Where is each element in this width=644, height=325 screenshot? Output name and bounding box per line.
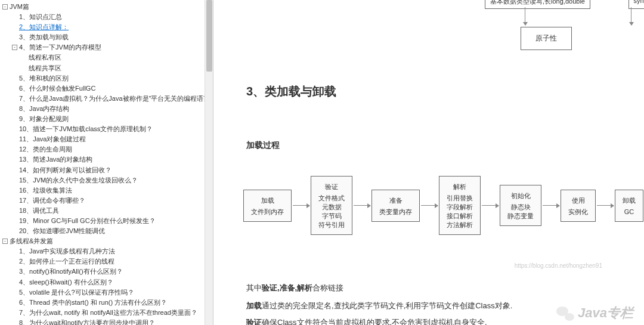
- arrow-right-icon: [543, 205, 559, 206]
- watermark-text: https://blog.csdn.net/hongzhen91: [515, 262, 602, 269]
- collapse-icon[interactable]: -: [12, 45, 17, 50]
- tree-link[interactable]: JVM篇: [10, 3, 29, 10]
- tree-item[interactable]: 线程私有区: [0, 52, 213, 62]
- paragraph: 验证确保Class文件符合当前虚拟机的要求,不会危害到虚拟机自身安全.: [246, 316, 487, 325]
- tree-link[interactable]: 8、为什么wait和notify方法要在同步块中调用？: [19, 319, 155, 325]
- flow-box: 验证文件格式元数据字节码符号引用: [311, 176, 352, 235]
- tree-spacer: [12, 146, 17, 151]
- flow-box-body: 文件到内存: [251, 208, 284, 216]
- tree-link[interactable]: 3、类加载与卸载: [19, 33, 69, 41]
- tree-item[interactable]: 12、类的生命周期: [0, 144, 213, 154]
- tree-item[interactable]: 6、什么时候会触发FullGC: [0, 83, 213, 93]
- tree-item[interactable]: 8、Java内存结构: [0, 103, 213, 113]
- tree-link[interactable]: 13、简述Java的对象结构: [19, 156, 92, 163]
- tree-link[interactable]: 11、Java对象创建过程: [19, 135, 86, 143]
- tree-link[interactable]: 20、你知道哪些JVM性能调优: [19, 227, 105, 234]
- tree-item[interactable]: 15、JVM的永久代中会发生垃圾回收么？: [0, 175, 213, 185]
- tree-link[interactable]: 19、Minor GC与Full GC分别在什么时候发生？: [19, 217, 156, 224]
- tree-item[interactable]: 17、调优命令有哪些？: [0, 195, 213, 205]
- tree-item[interactable]: 16、垃圾收集算法: [0, 185, 213, 195]
- tree-item[interactable]: 3、类加载与卸载: [0, 32, 213, 42]
- tree-link[interactable]: 17、调优命令有哪些？: [19, 197, 85, 204]
- tree-link[interactable]: 7、什么是Java虚拟机？为什么Java被称作是"平台无关的编程语言"？: [19, 95, 213, 102]
- tree-link[interactable]: 2、如何停止一个正在运行的线程: [19, 258, 114, 265]
- tree-item[interactable]: 6、Thread 类中的start() 和 run() 方法有什么区别？: [0, 297, 213, 307]
- outline-tree: -JVM篇1、知识点汇总2、知识点详解：3、类加载与卸载-4、简述一下JVM的内…: [0, 0, 213, 325]
- scrollbar[interactable]: [205, 0, 213, 325]
- tree-link[interactable]: 2、知识点详解：: [19, 23, 69, 30]
- tree-link[interactable]: 1、知识点汇总: [19, 13, 62, 20]
- tree-link[interactable]: 18、调优工具: [19, 207, 59, 214]
- tree-link[interactable]: 1、Java中实现多线程有几种方法: [19, 247, 115, 255]
- tree-item[interactable]: 1、知识点汇总: [0, 11, 213, 21]
- flow-box-body: 实例化: [568, 208, 588, 216]
- collapse-icon[interactable]: -: [2, 239, 8, 244]
- tree-spacer: [12, 75, 17, 80]
- tree-spacer: [12, 135, 17, 141]
- tree-link[interactable]: 7、为什么wait, notify 和 notifyAll这些方法不在threa…: [19, 309, 197, 316]
- tree-item[interactable]: 18、调优工具: [0, 205, 213, 215]
- tree-spacer: [12, 13, 17, 18]
- tree-item[interactable]: 5、堆和栈的区别: [0, 73, 213, 83]
- tree-link[interactable]: 15、JVM的永久代中会发生垃圾回收么？: [19, 177, 138, 184]
- tree-link[interactable]: 线程私有区: [29, 54, 61, 61]
- tree-link[interactable]: 多线程&并发篇: [10, 237, 53, 244]
- collapse-icon[interactable]: -: [2, 4, 8, 10]
- flow-box: 加载文件到内存: [243, 190, 292, 222]
- flow-box-body: GC: [623, 208, 636, 216]
- tree-item[interactable]: 10、描述一下JVM加载class文件的原理机制？: [0, 123, 213, 134]
- flow-box: 准备类变量内存: [371, 190, 420, 222]
- tree-item[interactable]: 5、volatile 是什么?可以保证有序性吗？: [0, 287, 213, 297]
- flow-box: 卸载GC: [615, 190, 643, 222]
- tree-spacer: [21, 64, 27, 70]
- tree-link[interactable]: 5、volatile 是什么?可以保证有序性吗？: [19, 289, 134, 296]
- tree-item[interactable]: 7、为什么wait, notify 和 notifyAll这些方法不在threa…: [0, 307, 213, 317]
- tree-item[interactable]: 线程共享区: [0, 63, 213, 73]
- tree-spacer: [12, 278, 17, 284]
- tree-link[interactable]: 12、类的生命周期: [19, 146, 72, 153]
- tree-link[interactable]: 6、什么时候会触发FullGC: [19, 85, 95, 92]
- tree-spacer: [12, 197, 17, 202]
- flow-box-body: 引用替换字段解析接口解析方法解析: [447, 194, 473, 230]
- tree-item[interactable]: 4、sleep()和wait() 有什么区别？: [0, 277, 213, 287]
- tree-item[interactable]: 11、Java对象创建过程: [0, 134, 213, 144]
- flow-box-header: 验证: [318, 181, 345, 192]
- tree-spacer: [12, 217, 17, 222]
- flow-diagram: 加载文件到内存验证文件格式元数据字节码符号引用准备类变量内存解析引用替换字段解析…: [243, 176, 643, 235]
- tree-item[interactable]: 3、notify()和notifyAll()有什么区别？: [0, 266, 213, 276]
- scrollbar-thumb[interactable]: [206, 0, 212, 72]
- tree-spacer: [12, 207, 17, 212]
- tree-item[interactable]: 1、Java中实现多线程有几种方法: [0, 246, 213, 256]
- wechat-label: Java专栏: [578, 304, 633, 322]
- tree-item[interactable]: 2、如何停止一个正在运行的线程: [0, 256, 213, 266]
- tree-link[interactable]: 线程共享区: [29, 64, 61, 72]
- tree-spacer: [12, 227, 17, 233]
- tree-link[interactable]: 10、描述一下JVM加载class文件的原理机制？: [19, 125, 153, 132]
- tree-item[interactable]: 9、对象分配规则: [0, 113, 213, 123]
- tree-item[interactable]: 8、为什么wait和notify方法要在同步块中调用？: [0, 317, 213, 325]
- tree-link[interactable]: 9、对象分配规则: [19, 115, 69, 122]
- tree-item[interactable]: -多线程&并发篇: [0, 236, 213, 246]
- tree-item[interactable]: 19、Minor GC与Full GC分别在什么时候发生？: [0, 215, 213, 225]
- arrow-right-icon: [482, 205, 499, 206]
- tree-link[interactable]: 3、notify()和notifyAll()有什么区别？: [19, 268, 123, 276]
- tree-item[interactable]: 14、如何判断对象可以被回收？: [0, 165, 213, 175]
- flow-box: 初始化静态块静态变量: [500, 185, 541, 226]
- tree-link[interactable]: 16、垃圾收集算法: [19, 187, 72, 194]
- tree-item[interactable]: -4、简述一下JVM的内存模型: [0, 42, 213, 52]
- flow-box-body: 文件格式元数据字节码符号引用: [318, 194, 345, 230]
- paragraph: 加载通过类的完全限定名,查找此类字节码文件,利用字节码文件创建Class对象.: [246, 299, 512, 312]
- tree-link[interactable]: 8、Java内存结构: [19, 105, 69, 112]
- tree-item[interactable]: 2、知识点详解：: [0, 21, 213, 32]
- flow-box-header: 准备: [379, 195, 412, 206]
- tree-item[interactable]: 13、简述Java的对象结构: [0, 154, 213, 164]
- tree-link[interactable]: 5、堆和栈的区别: [19, 75, 69, 82]
- tree-item[interactable]: 20、你知道哪些JVM性能调优: [0, 225, 213, 236]
- tree-link[interactable]: 6、Thread 类中的start() 和 run() 方法有什么区别？: [19, 299, 167, 306]
- tree-link[interactable]: 4、简述一下JVM的内存模型: [19, 44, 101, 51]
- tree-link[interactable]: 14、如何判断对象可以被回收？: [19, 166, 112, 174]
- tree-link[interactable]: 4、sleep()和wait() 有什么区别？: [19, 278, 113, 286]
- section-heading: 3、类加载与卸载: [246, 83, 336, 100]
- tree-item[interactable]: -JVM篇: [0, 1, 213, 11]
- tree-item[interactable]: 7、什么是Java虚拟机？为什么Java被称作是"平台无关的编程语言"？: [0, 93, 213, 103]
